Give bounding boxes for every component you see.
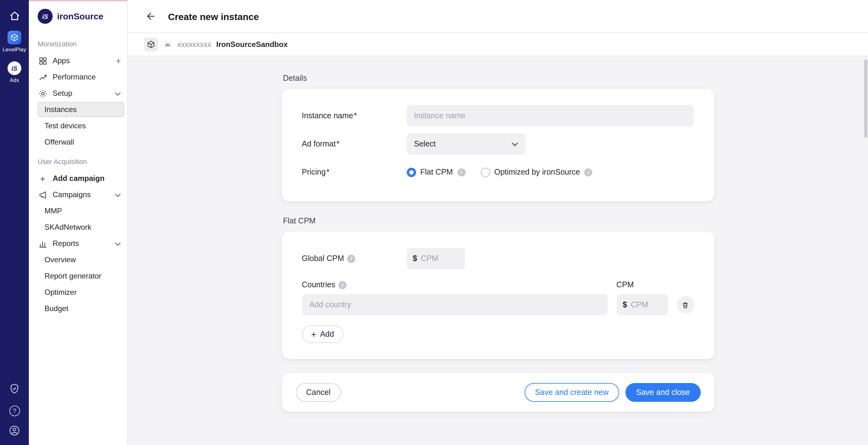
global-cpm-row: Global CPM i $ bbox=[302, 248, 694, 269]
rail-item-label: LevelPlay bbox=[2, 46, 26, 53]
info-icon[interactable]: i bbox=[338, 281, 347, 289]
sidebar-item-apps[interactable]: Apps + bbox=[29, 53, 127, 69]
back-arrow-icon[interactable] bbox=[144, 10, 157, 23]
sidebar-item-overview[interactable]: Overview bbox=[38, 252, 124, 267]
page-title: Create new instance bbox=[168, 11, 259, 22]
sidebar-item-label: Performance bbox=[53, 73, 121, 81]
info-icon[interactable]: i bbox=[584, 168, 593, 176]
sidebar-item-label: Add campaign bbox=[53, 174, 121, 183]
ad-format-label: Ad format* bbox=[302, 140, 406, 148]
android-icon bbox=[163, 40, 172, 49]
add-country-button[interactable]: + Add bbox=[302, 326, 343, 343]
cancel-button[interactable]: Cancel bbox=[296, 383, 341, 402]
pricing-label: Pricing* bbox=[302, 168, 406, 176]
ironsource-ads-icon: iS bbox=[7, 61, 21, 75]
chevron-down-icon bbox=[511, 140, 518, 148]
trash-icon bbox=[681, 301, 689, 309]
gear-icon bbox=[38, 88, 48, 98]
levelplay-icon bbox=[7, 31, 21, 44]
country-row: $ bbox=[302, 294, 694, 315]
radio-label: Flat CPM bbox=[420, 168, 453, 176]
form-content: Details Instance name* Ad format* Select bbox=[128, 56, 868, 445]
sidebar-item-label: Reports bbox=[53, 239, 110, 248]
global-cpm-input-group: $ bbox=[406, 248, 465, 269]
global-cpm-input[interactable] bbox=[421, 254, 449, 263]
details-card: Instance name* Ad format* Select Pricing… bbox=[282, 89, 714, 202]
bar-chart-icon bbox=[38, 238, 48, 248]
sidebar-item-label: Campaigns bbox=[53, 190, 110, 199]
rail-item-ads[interactable]: iS Ads bbox=[7, 61, 21, 83]
section-label-flat-cpm: Flat CPM bbox=[283, 216, 714, 225]
sidebar-item-add-campaign[interactable]: + Add campaign bbox=[29, 170, 127, 186]
section-header-monetization: Monetization bbox=[29, 40, 127, 47]
sidebar-item-optimizer[interactable]: Optimizer bbox=[38, 285, 124, 300]
global-cpm-label: Global CPM i bbox=[302, 254, 406, 263]
sidebar-item-label: Setup bbox=[53, 89, 110, 98]
rail-bottom-group: ? bbox=[9, 383, 20, 439]
sidebar-item-report-generator[interactable]: Report generator bbox=[38, 269, 124, 283]
radio-flat-cpm[interactable]: Flat CPM i bbox=[406, 167, 465, 177]
sidebar-item-budget[interactable]: Budget bbox=[38, 301, 124, 316]
delete-country-button[interactable] bbox=[677, 296, 694, 314]
help-icon[interactable]: ? bbox=[9, 406, 20, 416]
country-cpm-input[interactable] bbox=[631, 300, 659, 309]
privacy-shield-icon[interactable] bbox=[9, 383, 20, 397]
cpm-column-label: CPM bbox=[616, 280, 694, 289]
sidebar-item-mmp[interactable]: MMP bbox=[38, 203, 124, 218]
nav-rail: LevelPlay iS Ads ? bbox=[0, 0, 29, 445]
page-header: Create new instance bbox=[128, 0, 868, 33]
radio-optimized[interactable]: Optimized by ironSource i bbox=[480, 167, 593, 177]
apps-grid-icon bbox=[38, 56, 48, 66]
add-button-label: Add bbox=[320, 330, 334, 339]
radio-label: Optimized by ironSource bbox=[494, 168, 580, 176]
sidebar-item-offerwall[interactable]: Offerwall bbox=[38, 135, 124, 149]
add-app-icon[interactable]: + bbox=[116, 56, 121, 65]
plus-icon: + bbox=[38, 173, 48, 183]
select-value: Select bbox=[414, 140, 436, 148]
megaphone-icon bbox=[38, 190, 48, 200]
sidebar-item-instances[interactable]: Instances bbox=[38, 102, 124, 117]
performance-chart-icon bbox=[38, 72, 48, 82]
chevron-down-icon bbox=[115, 190, 121, 199]
sidebar-item-reports[interactable]: Reports bbox=[29, 235, 127, 251]
rail-item-levelplay[interactable]: LevelPlay bbox=[2, 31, 26, 53]
chevron-down-icon bbox=[115, 239, 121, 248]
main-area: Create new instance xxxxxxxxx IronSource… bbox=[128, 0, 868, 445]
save-and-create-new-button[interactable]: Save and create new bbox=[524, 383, 619, 402]
add-country-input[interactable] bbox=[302, 294, 608, 315]
app-id: xxxxxxxxx bbox=[177, 40, 211, 49]
section-label-details: Details bbox=[283, 74, 714, 82]
home-icon bbox=[8, 10, 20, 22]
sidebar-item-setup[interactable]: Setup bbox=[29, 85, 127, 101]
chevron-down-icon bbox=[115, 89, 121, 98]
rail-item-home[interactable] bbox=[8, 10, 20, 22]
country-cpm-input-group: $ bbox=[616, 294, 668, 315]
country-columns-header: Countries i CPM bbox=[302, 280, 694, 289]
app-cube-icon[interactable] bbox=[144, 38, 158, 51]
brand-logo[interactable]: iS ironSource bbox=[29, 9, 127, 24]
info-icon[interactable]: i bbox=[347, 254, 355, 263]
sidebar: iS ironSource Monetization Apps + Perfor… bbox=[29, 0, 128, 445]
flat-cpm-card: Global CPM i $ Countries i CP bbox=[282, 232, 714, 359]
app-name: IronSourceSandbox bbox=[216, 40, 288, 49]
currency-symbol: $ bbox=[413, 254, 417, 263]
save-and-close-button[interactable]: Save and close bbox=[625, 383, 700, 402]
ad-format-select[interactable]: Select bbox=[406, 133, 526, 155]
ironsource-logo-icon: iS bbox=[38, 9, 53, 24]
ad-format-row: Ad format* Select bbox=[302, 133, 694, 155]
sidebar-item-test-devices[interactable]: Test devices bbox=[38, 118, 124, 133]
sidebar-item-skadnetwork[interactable]: SKAdNetwork bbox=[38, 220, 124, 235]
sidebar-item-performance[interactable]: Performance bbox=[29, 69, 127, 85]
required-asterisk: * bbox=[336, 140, 339, 148]
instance-name-row: Instance name* bbox=[302, 105, 694, 127]
sidebar-item-campaigns[interactable]: Campaigns bbox=[29, 186, 127, 203]
radio-unselected-icon bbox=[480, 167, 490, 177]
info-icon[interactable]: i bbox=[457, 168, 465, 176]
instance-name-input[interactable] bbox=[406, 105, 693, 127]
brand-name: ironSource bbox=[57, 11, 103, 21]
app-root: LevelPlay iS Ads ? iS ironSource Monetiz… bbox=[0, 0, 868, 445]
app-selector-bar: xxxxxxxxx IronSourceSandbox bbox=[128, 33, 868, 56]
account-icon[interactable] bbox=[9, 425, 20, 439]
required-asterisk: * bbox=[326, 168, 329, 176]
vertical-scrollbar-thumb[interactable] bbox=[864, 60, 867, 138]
